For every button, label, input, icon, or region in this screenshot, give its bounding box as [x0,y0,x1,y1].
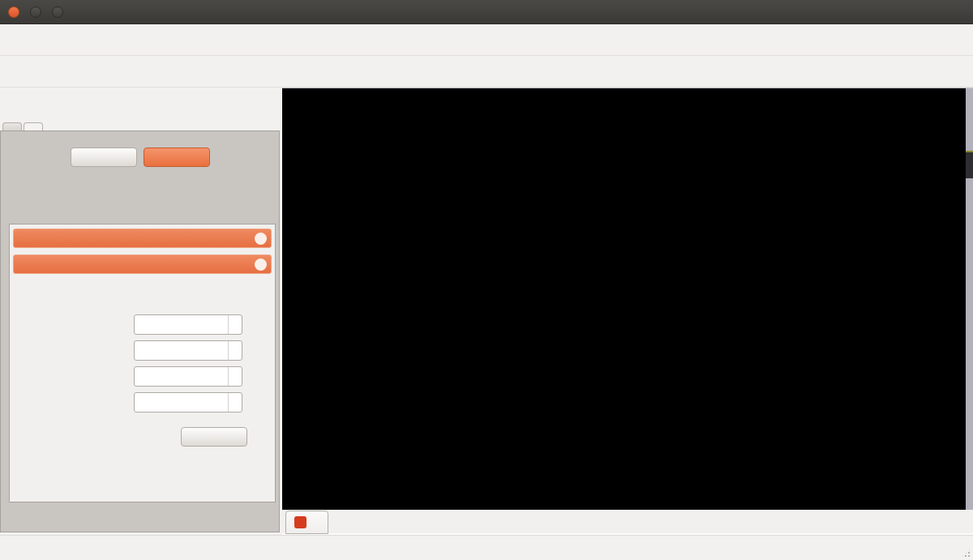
direction-combobox [134,392,242,413]
view3d-row [13,427,272,447]
create-button[interactable] [144,147,210,167]
task-dialog [9,224,276,502]
task-dialog-buttons [1,147,279,167]
z-input[interactable] [135,367,228,386]
document-tab[interactable] [285,511,328,534]
z-spinbox [134,366,242,387]
direction-input[interactable] [135,393,228,412]
scrollbar-handle[interactable] [966,151,973,178]
statusbar [0,535,973,560]
close-window-button[interactable] [8,6,19,18]
section-geometric-primitives[interactable] [13,229,272,248]
resize-grip[interactable] [961,548,971,558]
chevron-down-circle-icon [255,233,267,245]
direction-spin-up-icon[interactable] [229,393,242,403]
y-input[interactable] [135,341,228,360]
titlebar [0,0,973,24]
x-spin-down-icon[interactable] [229,325,242,335]
chevron-up-circle-icon [255,259,267,271]
direction-field-row [13,392,272,413]
tasks-panel [0,130,280,532]
x-field-row [13,314,272,335]
y-spin-buttons [228,341,242,360]
minimize-window-button[interactable] [30,6,41,18]
freecad-window [0,0,973,560]
position-fields [13,314,272,413]
x-input[interactable] [135,315,228,334]
direction-spin-buttons [228,393,242,412]
tab-model[interactable] [2,122,22,130]
z-field-row [13,366,272,387]
combo-view-tabs [0,109,282,130]
direction-spin-down-icon[interactable] [229,403,242,413]
maximize-window-button[interactable] [52,6,63,18]
tab-tasks[interactable] [24,122,43,130]
3d-viewport[interactable] [282,88,973,510]
3d-scene[interactable] [282,88,973,511]
position-heading [23,287,272,300]
viewport-scrollbar [966,88,973,511]
x-spin-buttons [228,315,242,334]
y-spinbox [134,340,242,361]
toolbar-standard [0,25,973,56]
freecad-document-icon [294,516,306,528]
close-task-button[interactable] [71,147,137,167]
viewport-background [282,88,973,511]
x-spinbox [134,314,242,335]
z-spin-buttons [228,367,242,386]
z-spin-down-icon[interactable] [229,377,242,387]
combo-view-panel [0,88,282,532]
3d-view-button[interactable] [181,427,247,447]
x-spin-up-icon[interactable] [229,315,242,325]
section-location[interactable] [13,254,272,274]
y-field-row [13,340,272,361]
y-spin-up-icon[interactable] [229,341,242,351]
y-spin-down-icon[interactable] [229,351,242,361]
toolbar-part-tools [0,57,973,88]
mdi-tabbar [282,510,973,535]
dock-titlebar [0,88,282,109]
z-spin-up-icon[interactable] [229,367,242,377]
